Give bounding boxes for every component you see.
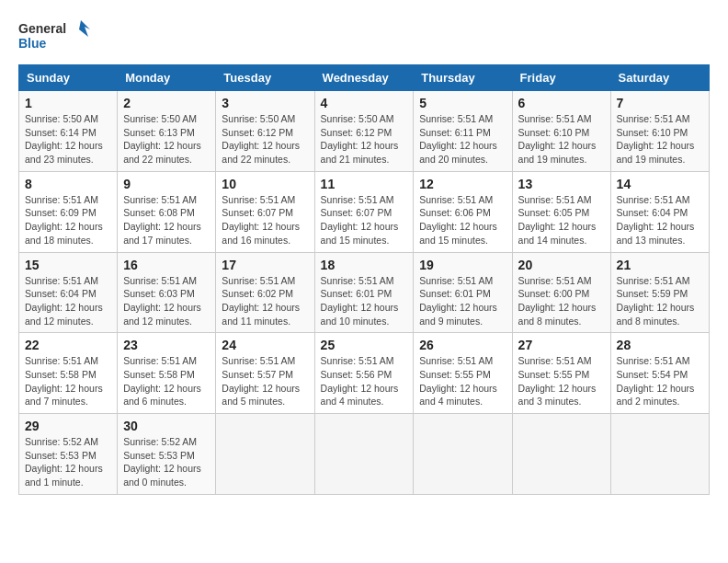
day-number: 5 — [419, 96, 506, 110]
day-number: 30 — [123, 419, 210, 433]
day-info: Sunrise: 5:51 AMSunset: 6:02 PMDaylight:… — [222, 274, 308, 328]
day-number: 2 — [123, 96, 210, 110]
logo-icon: General Blue — [18, 18, 92, 55]
weekday-header-saturday: Saturday — [610, 65, 709, 91]
day-number: 27 — [518, 338, 605, 352]
weekday-header-monday: Monday — [118, 65, 216, 91]
day-number: 19 — [419, 258, 506, 272]
day-info: Sunrise: 5:51 AMSunset: 5:54 PMDaylight:… — [617, 354, 703, 408]
calendar-cell: 5Sunrise: 5:51 AMSunset: 6:11 PMDaylight… — [414, 91, 512, 172]
day-info: Sunrise: 5:51 AMSunset: 6:04 PMDaylight:… — [25, 274, 111, 328]
day-number: 1 — [25, 96, 111, 110]
calendar-cell: 1Sunrise: 5:50 AMSunset: 6:14 PMDaylight… — [19, 91, 118, 172]
calendar-cell: 16Sunrise: 5:51 AMSunset: 6:03 PMDayligh… — [118, 252, 216, 333]
calendar-week-5: 29Sunrise: 5:52 AMSunset: 5:53 PMDayligh… — [19, 414, 710, 495]
calendar-cell: 8Sunrise: 5:51 AMSunset: 6:09 PMDaylight… — [19, 171, 118, 252]
day-number: 7 — [617, 96, 703, 110]
calendar-cell — [216, 414, 314, 495]
calendar-cell — [314, 414, 414, 495]
calendar-cell: 20Sunrise: 5:51 AMSunset: 6:00 PMDayligh… — [512, 252, 610, 333]
calendar-cell: 25Sunrise: 5:51 AMSunset: 5:56 PMDayligh… — [314, 333, 414, 414]
calendar-cell: 26Sunrise: 5:51 AMSunset: 5:55 PMDayligh… — [414, 333, 512, 414]
day-number: 14 — [617, 177, 703, 191]
calendar-cell: 27Sunrise: 5:51 AMSunset: 5:55 PMDayligh… — [512, 333, 610, 414]
calendar-cell: 12Sunrise: 5:51 AMSunset: 6:06 PMDayligh… — [414, 171, 512, 252]
weekday-header-tuesday: Tuesday — [216, 65, 314, 91]
calendar-cell — [512, 414, 610, 495]
weekday-header-row: SundayMondayTuesdayWednesdayThursdayFrid… — [19, 65, 710, 91]
weekday-header-thursday: Thursday — [414, 65, 512, 91]
calendar-cell: 15Sunrise: 5:51 AMSunset: 6:04 PMDayligh… — [19, 252, 118, 333]
day-info: Sunrise: 5:51 AMSunset: 6:10 PMDaylight:… — [617, 112, 703, 167]
day-number: 9 — [123, 177, 210, 191]
day-number: 21 — [617, 258, 703, 272]
day-number: 22 — [25, 338, 111, 352]
day-info: Sunrise: 5:51 AMSunset: 6:00 PMDaylight:… — [518, 274, 605, 328]
day-number: 24 — [222, 338, 308, 352]
day-number: 8 — [25, 177, 111, 191]
day-info: Sunrise: 5:51 AMSunset: 6:01 PMDaylight:… — [419, 274, 506, 328]
calendar-cell: 4Sunrise: 5:50 AMSunset: 6:12 PMDaylight… — [314, 91, 414, 172]
day-info: Sunrise: 5:51 AMSunset: 6:11 PMDaylight:… — [419, 112, 506, 167]
calendar-cell: 21Sunrise: 5:51 AMSunset: 5:59 PMDayligh… — [610, 252, 709, 333]
calendar-cell: 7Sunrise: 5:51 AMSunset: 6:10 PMDaylight… — [610, 91, 709, 172]
calendar-table: SundayMondayTuesdayWednesdayThursdayFrid… — [18, 64, 710, 495]
calendar-week-4: 22Sunrise: 5:51 AMSunset: 5:58 PMDayligh… — [19, 333, 710, 414]
day-number: 16 — [123, 258, 210, 272]
weekday-header-wednesday: Wednesday — [314, 65, 414, 91]
day-info: Sunrise: 5:51 AMSunset: 6:08 PMDaylight:… — [123, 193, 210, 247]
day-info: Sunrise: 5:50 AMSunset: 6:12 PMDaylight:… — [321, 112, 408, 167]
day-number: 11 — [321, 177, 408, 191]
calendar-cell: 10Sunrise: 5:51 AMSunset: 6:07 PMDayligh… — [216, 171, 314, 252]
day-info: Sunrise: 5:51 AMSunset: 5:58 PMDaylight:… — [123, 354, 210, 408]
day-number: 3 — [222, 96, 308, 110]
day-info: Sunrise: 5:50 AMSunset: 6:12 PMDaylight:… — [222, 112, 308, 167]
day-info: Sunrise: 5:51 AMSunset: 6:04 PMDaylight:… — [617, 193, 703, 247]
calendar-week-2: 8Sunrise: 5:51 AMSunset: 6:09 PMDaylight… — [19, 171, 710, 252]
day-number: 23 — [123, 338, 210, 352]
calendar-cell: 3Sunrise: 5:50 AMSunset: 6:12 PMDaylight… — [216, 91, 314, 172]
day-info: Sunrise: 5:51 AMSunset: 6:06 PMDaylight:… — [419, 193, 506, 247]
svg-text:Blue: Blue — [18, 36, 47, 51]
day-number: 15 — [25, 258, 111, 272]
day-number: 20 — [518, 258, 605, 272]
calendar-cell: 24Sunrise: 5:51 AMSunset: 5:57 PMDayligh… — [216, 333, 314, 414]
calendar-cell: 23Sunrise: 5:51 AMSunset: 5:58 PMDayligh… — [118, 333, 216, 414]
day-number: 18 — [321, 258, 408, 272]
calendar-cell: 30Sunrise: 5:52 AMSunset: 5:53 PMDayligh… — [118, 414, 216, 495]
header: General Blue — [18, 18, 710, 55]
calendar-cell: 28Sunrise: 5:51 AMSunset: 5:54 PMDayligh… — [610, 333, 709, 414]
day-number: 13 — [518, 177, 605, 191]
calendar-week-3: 15Sunrise: 5:51 AMSunset: 6:04 PMDayligh… — [19, 252, 710, 333]
logo: General Blue — [18, 18, 92, 55]
calendar-cell: 9Sunrise: 5:51 AMSunset: 6:08 PMDaylight… — [118, 171, 216, 252]
day-info: Sunrise: 5:51 AMSunset: 5:55 PMDaylight:… — [518, 354, 605, 408]
day-info: Sunrise: 5:51 AMSunset: 6:07 PMDaylight:… — [321, 193, 408, 247]
day-info: Sunrise: 5:52 AMSunset: 5:53 PMDaylight:… — [25, 435, 111, 489]
calendar-cell: 13Sunrise: 5:51 AMSunset: 6:05 PMDayligh… — [512, 171, 610, 252]
day-number: 12 — [419, 177, 506, 191]
day-info: Sunrise: 5:51 AMSunset: 5:55 PMDaylight:… — [419, 354, 506, 408]
day-info: Sunrise: 5:51 AMSunset: 6:01 PMDaylight:… — [321, 274, 408, 328]
day-info: Sunrise: 5:51 AMSunset: 6:03 PMDaylight:… — [123, 274, 210, 328]
day-info: Sunrise: 5:51 AMSunset: 5:59 PMDaylight:… — [617, 274, 703, 328]
day-number: 26 — [419, 338, 506, 352]
day-info: Sunrise: 5:50 AMSunset: 6:14 PMDaylight:… — [25, 112, 111, 167]
day-number: 28 — [617, 338, 703, 352]
day-number: 17 — [222, 258, 308, 272]
svg-marker-2 — [79, 20, 90, 37]
calendar-cell: 11Sunrise: 5:51 AMSunset: 6:07 PMDayligh… — [314, 171, 414, 252]
day-info: Sunrise: 5:50 AMSunset: 6:13 PMDaylight:… — [123, 112, 210, 167]
day-number: 25 — [321, 338, 408, 352]
svg-text:General: General — [18, 21, 66, 36]
calendar-cell: 6Sunrise: 5:51 AMSunset: 6:10 PMDaylight… — [512, 91, 610, 172]
day-number: 4 — [321, 96, 408, 110]
day-info: Sunrise: 5:51 AMSunset: 5:57 PMDaylight:… — [222, 354, 308, 408]
calendar-cell: 14Sunrise: 5:51 AMSunset: 6:04 PMDayligh… — [610, 171, 709, 252]
day-number: 29 — [25, 419, 111, 433]
day-info: Sunrise: 5:52 AMSunset: 5:53 PMDaylight:… — [123, 435, 210, 489]
calendar-cell — [414, 414, 512, 495]
calendar-cell: 17Sunrise: 5:51 AMSunset: 6:02 PMDayligh… — [216, 252, 314, 333]
calendar-cell: 29Sunrise: 5:52 AMSunset: 5:53 PMDayligh… — [19, 414, 118, 495]
calendar-week-1: 1Sunrise: 5:50 AMSunset: 6:14 PMDaylight… — [19, 91, 710, 172]
